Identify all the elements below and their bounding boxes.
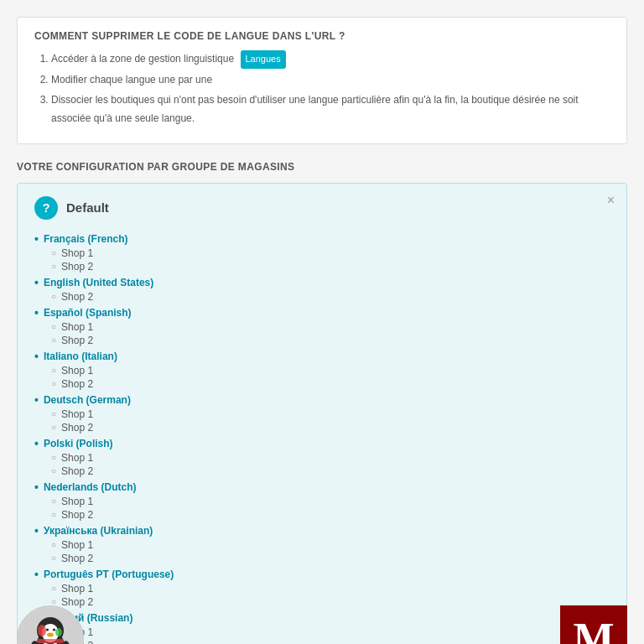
step-3: Dissocier les boutiques qui n'ont pas be…	[51, 91, 610, 127]
shop-item: Shop 2	[51, 422, 610, 434]
question-icon: ?	[34, 196, 58, 220]
language-name: Español (Spanish)	[34, 306, 610, 319]
panel-title: Default	[66, 200, 109, 215]
shop-list: Shop 1Shop 2	[51, 583, 610, 608]
m-letter: M	[573, 617, 614, 644]
avatar	[17, 605, 84, 644]
language-item: Français (French)Shop 1Shop 2	[34, 232, 610, 273]
shop-item: Shop 2	[51, 640, 610, 644]
shop-list: Shop 1Shop 2	[51, 452, 610, 477]
m-logo: M	[560, 605, 627, 644]
shop-list: Shop 1Shop 2	[51, 321, 610, 346]
language-item: Русский (Russian)Shop 1Shop 2	[34, 611, 610, 644]
step-1-text: Accéder à la zone de gestion linguistiqu…	[51, 53, 234, 65]
config-section-title: VOTRE CONFIGURATION PAR GROUPE DE MAGASI…	[17, 161, 627, 173]
shop-list: Shop 1Shop 2	[51, 247, 610, 273]
shop-item: Shop 1	[51, 321, 610, 333]
shop-item: Shop 1	[51, 452, 610, 464]
penguin-illustration	[18, 607, 82, 644]
svg-point-7	[46, 628, 49, 631]
language-item: Українська (Ukrainian)Shop 1Shop 2	[34, 524, 610, 564]
svg-point-10	[38, 625, 46, 636]
info-title: COMMENT SUPPRIMER LE CODE DE LANGUE DANS…	[34, 30, 610, 42]
language-name: Português PT (Portuguese)	[34, 568, 610, 581]
shop-item: Shop 2	[51, 553, 610, 564]
svg-point-9	[47, 632, 54, 636]
svg-rect-16	[37, 639, 64, 643]
shop-list: Shop 1Shop 2	[51, 408, 610, 434]
page-wrapper: COMMENT SUPPRIMER LE CODE DE LANGUE DANS…	[0, 0, 644, 644]
language-name: English (United States)	[34, 276, 610, 289]
language-item: Deutsch (German)Shop 1Shop 2	[34, 393, 610, 434]
language-list: Français (French)Shop 1Shop 2English (Un…	[34, 232, 610, 644]
shop-list: Shop 1Shop 2	[51, 539, 610, 564]
language-item: English (United States)Shop 2	[34, 276, 610, 303]
language-item: Português PT (Portuguese)Shop 1Shop 2	[34, 568, 610, 608]
step-1: Accéder à la zone de gestion linguistiqu…	[51, 50, 610, 69]
shop-item: Shop 2	[51, 291, 610, 303]
shop-item: Shop 2	[51, 261, 610, 273]
shop-item: Shop 1	[51, 247, 610, 259]
language-item: Italiano (Italian)Shop 1Shop 2	[34, 350, 610, 390]
m-logo-container: M	[560, 605, 627, 644]
shop-item: Shop 2	[51, 465, 610, 477]
svg-point-11	[55, 628, 62, 636]
shop-item: Shop 1	[51, 626, 610, 638]
language-name: Polski (Polish)	[34, 437, 610, 450]
shop-item: Shop 1	[51, 583, 610, 595]
shop-list: Shop 1Shop 2	[51, 365, 610, 390]
shop-item: Shop 1	[51, 365, 610, 377]
language-name: Deutsch (German)	[34, 393, 610, 407]
config-panel: ? Default × Français (French)Shop 1Shop …	[17, 183, 627, 644]
language-name: Nederlands (Dutch)	[34, 480, 610, 494]
shop-item: Shop 1	[51, 496, 610, 507]
steps-list: Accéder à la zone de gestion linguistiqu…	[34, 50, 610, 128]
shop-list: Shop 2	[51, 291, 610, 303]
language-name: Français (French)	[34, 232, 610, 246]
language-item: Polski (Polish)Shop 1Shop 2	[34, 437, 610, 477]
shop-item: Shop 1	[51, 539, 610, 551]
avatar-circle	[17, 605, 84, 644]
shop-item: Shop 1	[51, 408, 610, 420]
step-2: Modifier chaque langue une par une	[51, 71, 610, 90]
info-box: COMMENT SUPPRIMER LE CODE DE LANGUE DANS…	[17, 17, 627, 144]
close-button[interactable]: ×	[607, 194, 615, 207]
language-name: Italiano (Italian)	[34, 350, 610, 363]
shop-item: Shop 2	[51, 378, 610, 390]
shop-list: Shop 1Shop 2	[51, 626, 610, 644]
shop-item: Shop 2	[51, 335, 610, 346]
langues-badge[interactable]: Langues	[241, 50, 286, 69]
language-item: Nederlands (Dutch)Shop 1Shop 2	[34, 480, 610, 521]
svg-point-8	[53, 628, 55, 631]
language-item: Español (Spanish)Shop 1Shop 2	[34, 306, 610, 346]
language-name: Русский (Russian)	[34, 611, 610, 625]
language-name: Українська (Ukrainian)	[34, 524, 610, 538]
shop-item: Shop 2	[51, 509, 610, 521]
shop-list: Shop 1Shop 2	[51, 496, 610, 521]
panel-header: ? Default	[34, 196, 610, 220]
question-mark: ?	[42, 200, 49, 215]
shop-item: Shop 2	[51, 596, 610, 608]
